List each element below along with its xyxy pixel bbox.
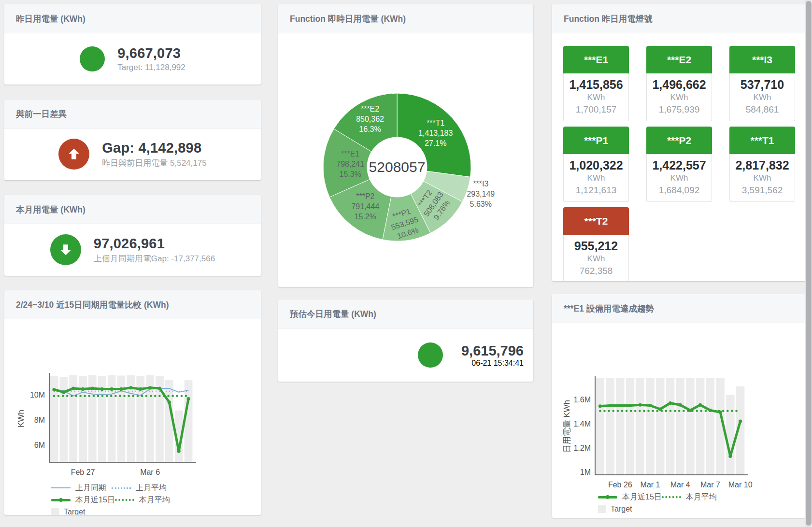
panel-yesterday-usage: 昨日用電量 (KWh) 9,667,073 Target: 11,128,992	[4, 4, 261, 85]
series-marker	[639, 403, 642, 407]
trend-legend: 本月近15日本月平均Target	[552, 492, 807, 514]
series-marker	[158, 386, 161, 390]
target-bar	[636, 378, 644, 475]
panel-body: 97,026,961 上個月同期用電Gap: -17,377,566	[4, 224, 261, 275]
series-marker	[91, 386, 94, 390]
y-tick-label: 10M	[30, 391, 45, 399]
panel-trend-chart: ***E1 設備用電達成趨勢 1M1.2M1.4M1.6MFeb 26Mar 1…	[552, 294, 807, 518]
y-axis-title: KWh	[16, 410, 26, 427]
lamp-tile-value: 1,422,557	[648, 158, 711, 172]
panel-estimate-today: 預估今日用電量 (KWh) 9,615,796 06-21 15:34:41	[278, 299, 533, 382]
series-marker	[609, 404, 612, 407]
legend-label: Target	[64, 508, 85, 515]
day-gap-value: Gap: 4,142,898	[102, 140, 206, 156]
target-bar	[185, 380, 193, 462]
compare-chart: 6M8M10MFeb 27Mar 6KWh	[4, 319, 261, 481]
panel-body: Gap: 4,142,898 昨日與前日用電量 5,524,175	[4, 128, 261, 180]
target-bar	[686, 378, 694, 475]
target-bar	[606, 378, 614, 475]
legend-swatch-green-dot	[115, 499, 134, 501]
day-gap-subtitle: 昨日與前日用電量 5,524,175	[102, 157, 206, 169]
panel-header: 與前一日差異	[4, 100, 261, 128]
series-marker	[598, 404, 602, 408]
lamp-tile-value: 537,710	[731, 77, 794, 92]
target-bar	[59, 377, 68, 462]
legend-swatch-green-thick	[598, 496, 617, 499]
panel-realtime-donut: Function 即時日用電量 (KWh) ***T11,413,18327.1…	[278, 4, 533, 287]
target-bar	[616, 378, 624, 475]
series-marker	[110, 387, 114, 391]
lamp-tile-E2: ***E21,496,662KWh1,675,939	[646, 46, 712, 121]
compare-legend: 上月同期上月平均本月近15日本月平均Target	[4, 483, 261, 515]
series-marker	[698, 403, 702, 407]
lamp-tile-P2: ***P21,422,557KWh1,684,092	[646, 127, 712, 202]
panel-body: 9,615,796 06-21 15:34:41	[278, 328, 533, 382]
legend-item[interactable]: 本月近15日	[51, 495, 115, 505]
lamp-tile-label: ***T2	[563, 207, 629, 235]
panel-title: 昨日用電量 (KWh)	[16, 14, 85, 24]
lamp-tile-unit: KWh	[731, 92, 794, 103]
lamp-tile-target: 1,684,092	[648, 184, 711, 197]
lamp-tile-value: 955,212	[565, 239, 627, 253]
target-bar	[596, 378, 604, 475]
y-tick-label: 1.2M	[573, 444, 591, 452]
series-marker	[81, 387, 85, 391]
lamp-tile-unit: KWh	[565, 172, 627, 184]
lamp-tile-label: ***P2	[646, 127, 712, 154]
x-tick-label: Feb 26	[608, 481, 632, 489]
panel-day-gap: 與前一日差異 Gap: 4,142,898 昨日與前日用電量 5,524,175	[4, 100, 261, 180]
panel-header: Function 即時日用電量 (KWh)	[278, 4, 533, 33]
target-bar	[706, 378, 714, 475]
series-marker	[139, 387, 142, 391]
series-marker	[648, 404, 652, 407]
series-marker	[148, 386, 152, 389]
legend-item[interactable]: 本月平均	[662, 492, 717, 502]
lamp-tile-unit: KWh	[648, 172, 711, 184]
lamp-tile-body: 955,212KWh762,358	[563, 235, 629, 281]
lamp-tile-body: 537,710KWh584,861	[729, 73, 795, 121]
scrollbar-thumb[interactable]	[806, 1, 812, 526]
legend-item[interactable]: Target	[51, 508, 112, 515]
panel-month-usage: 本月用電量 (KWh) 97,026,961 上個月同期用電Gap: -17,3…	[4, 195, 261, 276]
panel-lamp-status: Function 昨日用電燈號 ***E11,415,856KWh1,700,1…	[552, 4, 807, 281]
legend-swatch-blue-dash	[112, 487, 131, 489]
arrow-up-circle-icon	[58, 139, 89, 170]
legend-item[interactable]: 本月平均	[115, 495, 170, 505]
panel-title: Function 昨日用電燈號	[564, 14, 653, 24]
legend-label: Target	[611, 505, 632, 513]
series-marker	[628, 404, 632, 407]
series-marker	[669, 401, 672, 405]
panel-header: 2/24~3/10 近15日同期用電量比較 (KWh)	[4, 290, 261, 319]
legend-label: 上月同期	[75, 483, 106, 493]
y-axis-title: 日用電量 KWh	[562, 400, 571, 453]
lamp-tile-label: ***E2	[646, 46, 712, 73]
legend-label: 本月近15日	[75, 495, 115, 505]
lamp-tile-label: ***E1	[563, 46, 629, 73]
lamp-tile-unit: KWh	[648, 92, 711, 103]
series-marker	[119, 387, 123, 391]
panel-header: ***E1 設備用電達成趨勢	[552, 294, 807, 323]
lamp-tile-T2: ***T2955,212KWh762,358	[563, 207, 629, 281]
y-tick-label: 1M	[580, 468, 591, 476]
legend-item[interactable]: Target	[598, 505, 658, 513]
donut-center-total: 5208057	[369, 159, 426, 175]
panel-title: 2/24~3/10 近15日同期用電量比較 (KWh)	[16, 300, 169, 310]
yesterday-usage-target: Target: 11,128,992	[117, 63, 185, 72]
legend-item[interactable]: 上月同期	[51, 483, 112, 493]
lamp-tile-label: ***T1	[729, 127, 795, 154]
lamp-tile-target: 1,121,613	[565, 184, 627, 197]
lamp-tiles-grid: ***E11,415,856KWh1,700,157***E21,496,662…	[552, 33, 807, 281]
donut-chart: ***T11,413,18327.1%***I3293,1495.63%***T…	[278, 33, 533, 287]
x-tick-label: Mar 4	[670, 481, 690, 489]
legend-item[interactable]: 上月平均	[112, 483, 167, 493]
panel-header: 本月用電量 (KWh)	[4, 195, 261, 224]
legend-item[interactable]: 本月近15日	[598, 492, 662, 502]
lamp-tile-value: 1,020,322	[565, 158, 627, 172]
series-marker	[679, 403, 682, 407]
svg-text:***I3293,1495.63%: ***I3293,1495.63%	[467, 180, 495, 208]
lamp-tile-unit: KWh	[565, 92, 627, 103]
scrollbar-track[interactable]	[805, 0, 812, 527]
legend-label: 本月近15日	[622, 492, 662, 502]
lamp-tile-target: 3,591,562	[731, 184, 794, 197]
lamp-tile-body: 1,020,322KWh1,121,613	[563, 154, 629, 202]
